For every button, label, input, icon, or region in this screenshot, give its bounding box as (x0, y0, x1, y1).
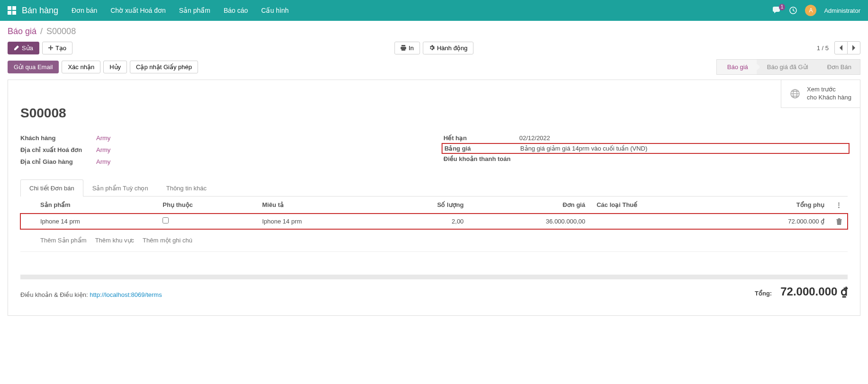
customer-value[interactable]: Army (96, 134, 425, 142)
app-title: Bán hàng (22, 6, 58, 16)
field-label: Địa chỉ xuất Hoá đơn (20, 146, 96, 153)
add-note-link[interactable]: Thêm một ghi chú (143, 237, 192, 244)
action-label: Hành động (437, 45, 467, 52)
terms-text: Điều khoản & Điều kiện: http://localhost… (20, 291, 162, 298)
print-icon (400, 45, 406, 51)
username[interactable]: Administrator (824, 7, 860, 14)
cell-subtotal: 72.000.000 ₫ (716, 214, 830, 229)
delivery-address-value[interactable]: Army (96, 158, 425, 165)
breadcrumb: Báo giá / S00008 (8, 27, 860, 36)
pager[interactable]: 1 / 5 (817, 45, 829, 52)
pager-next[interactable] (847, 41, 860, 54)
nav-item[interactable]: Đơn bán (72, 7, 97, 14)
nav-item[interactable]: Báo cáo (224, 7, 248, 14)
tab-optional-products[interactable]: Sản phẩm Tuỳ chọn (83, 179, 157, 196)
top-nav: Đơn bán Chờ xuất Hoá đơn Sản phẩm Báo cá… (72, 7, 289, 14)
chevron-right-icon (852, 45, 856, 51)
cell-product: Iphone 14 prm (35, 214, 157, 229)
globe-icon (790, 89, 800, 99)
nav-item[interactable]: Sản phẩm (179, 7, 210, 14)
col-unit-price: Đơn giá (470, 196, 591, 214)
cell-taxes (591, 214, 716, 229)
activity-icon[interactable] (789, 6, 797, 15)
status-step[interactable]: Báo giá đã Gửi (757, 59, 817, 75)
table-row[interactable]: Iphone 14 prm Iphone 14 prm 2,00 36.000.… (20, 214, 848, 229)
cancel-button[interactable]: Hủy (103, 61, 127, 73)
delete-row-icon[interactable] (830, 214, 848, 229)
topbar: Bán hàng Đơn bán Chờ xuất Hoá đơn Sản ph… (0, 0, 868, 21)
col-qty: Số lượng (379, 196, 470, 214)
expiry-value: 02/12/2022 (519, 134, 848, 142)
payment-terms-value (519, 155, 848, 162)
edit-button[interactable]: Sửa (8, 42, 39, 54)
field-label: Khách hàng (20, 134, 96, 142)
tab-order-lines[interactable]: Chi tiết Đơn bán (20, 179, 83, 196)
status-step[interactable]: Đơn Bán (817, 59, 860, 75)
nav-item[interactable]: Cấu hình (261, 7, 289, 14)
field-label: Địa chỉ Giao hàng (20, 158, 96, 165)
col-description: Miêu tả (256, 196, 379, 214)
fields-right: Hết hạn 02/12/2022 Bảng giá Bảng giá giả… (443, 132, 848, 168)
cell-qty: 2,00 (379, 214, 470, 229)
breadcrumb-link[interactable]: Báo giá (8, 27, 36, 36)
chevron-left-icon (839, 45, 843, 51)
pencil-icon (14, 45, 19, 51)
col-taxes: Các loại Thuế (591, 196, 716, 214)
create-button[interactable]: Tạo (42, 42, 72, 54)
print-button[interactable]: In (394, 42, 420, 54)
pager-prev[interactable] (834, 41, 848, 54)
status-bar: Báo giá Báo giá đã Gửi Đơn Bán (716, 59, 860, 75)
customer-preview-button[interactable]: Xem trước cho Khách hàng (781, 80, 860, 108)
order-lines-table: Sản phẩm Phụ thuộc Miêu tả Số lượng Đơn … (20, 196, 848, 252)
pricelist-value: Bảng giá giảm giá 14prm vào cuối tuần (V… (520, 145, 847, 152)
field-label: Hết hạn (443, 134, 519, 142)
update-license-button[interactable]: Cập nhật Giấy phép (130, 61, 198, 73)
add-section-link[interactable]: Thêm khu vực (95, 237, 134, 244)
col-menu-icon[interactable]: ⋮ (830, 196, 848, 214)
apps-icon[interactable] (8, 6, 16, 15)
nav-item[interactable]: Chờ xuất Hoá đơn (110, 7, 166, 14)
cell-depends (157, 214, 256, 229)
tab-other-info[interactable]: Thông tin khác (157, 179, 216, 196)
col-depends: Phụ thuộc (157, 196, 256, 214)
chat-badge: 1 (779, 4, 786, 10)
total-value: 72.000.000 ₫ (780, 285, 848, 298)
field-label: Bảng giá (444, 145, 520, 152)
cell-description: Iphone 14 prm (256, 214, 379, 229)
confirm-button[interactable]: Xác nhận (62, 61, 100, 73)
gear-icon (429, 45, 434, 51)
order-title: S00008 (20, 106, 848, 121)
print-label: In (408, 45, 414, 52)
total-label: Tổng: (755, 290, 772, 297)
invoice-address-value[interactable]: Army (96, 146, 425, 153)
send-email-button[interactable]: Gửi qua Email (8, 61, 59, 73)
breadcrumb-current: S00008 (46, 27, 76, 36)
add-product-link[interactable]: Thêm Sản phẩm (40, 237, 87, 244)
field-label: Điều khoản thanh toán (443, 155, 519, 162)
cell-unit-price: 36.000.000,00 (470, 214, 591, 229)
avatar[interactable]: A (805, 5, 816, 16)
chat-icon[interactable]: 1 (773, 7, 781, 15)
depends-checkbox[interactable] (163, 217, 169, 223)
preview-line2: cho Khách hàng (807, 94, 851, 102)
status-step[interactable]: Báo giá (716, 59, 757, 75)
form-sheet: Xem trước cho Khách hàng S00008 Khách hà… (8, 80, 860, 316)
plus-icon (48, 45, 53, 50)
breadcrumb-sep: / (40, 27, 43, 36)
action-button[interactable]: Hành động (423, 42, 473, 54)
separator-bar (20, 275, 848, 279)
fields-left: Khách hàng Army Địa chỉ xuất Hoá đơn Arm… (20, 132, 425, 168)
tabs: Chi tiết Đơn bán Sản phẩm Tuỳ chọn Thông… (20, 179, 848, 196)
create-label: Tạo (55, 45, 66, 52)
col-subtotal: Tổng phụ (716, 196, 830, 214)
preview-line1: Xem trước (807, 86, 851, 94)
edit-label: Sửa (22, 45, 33, 52)
terms-link[interactable]: http://localhost:8069/terms (90, 291, 162, 298)
col-product: Sản phẩm (35, 196, 157, 214)
